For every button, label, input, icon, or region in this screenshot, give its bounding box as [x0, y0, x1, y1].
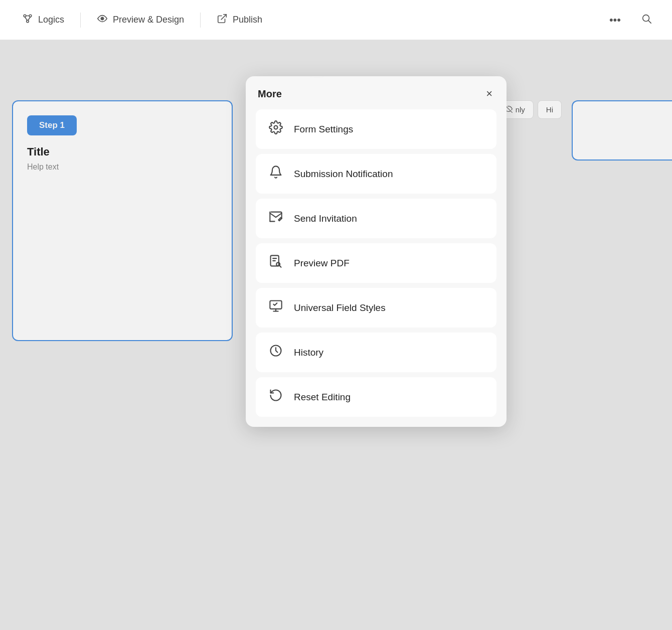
gear-icon [268, 120, 284, 138]
menu-item-preview-pdf[interactable]: Preview PDF [256, 243, 496, 283]
reset-icon [268, 388, 284, 406]
submission-notification-label: Submission Notification [294, 169, 393, 180]
logics-icon [22, 13, 33, 27]
panel-title: More [258, 88, 282, 100]
history-label: History [294, 347, 323, 358]
nav-divider-2 [200, 13, 201, 28]
logics-label: Logics [38, 15, 64, 25]
bell-icon [268, 165, 284, 183]
send-invitation-label: Send Invitation [294, 213, 357, 224]
close-button[interactable]: × [484, 86, 494, 101]
svg-line-16 [280, 266, 281, 267]
form-settings-label: Form Settings [294, 124, 353, 135]
svg-line-4 [25, 17, 28, 21]
nav-more-dots[interactable]: ••• [601, 9, 629, 32]
nav-preview-design[interactable]: Preview & Design [87, 8, 194, 32]
universal-field-styles-label: Universal Field Styles [294, 302, 386, 313]
clock-icon [268, 344, 284, 361]
menu-item-history[interactable]: History [256, 333, 496, 372]
nav-publish[interactable]: Publish [207, 8, 272, 32]
menu-item-reset-editing[interactable]: Reset Editing [256, 377, 496, 417]
preview-design-icon [97, 13, 108, 27]
svg-line-10 [648, 21, 651, 23]
top-navigation: Logics Preview & Design Publish ••• [0, 0, 672, 40]
search-icon [641, 13, 652, 27]
menu-item-universal-field-styles[interactable]: Universal Field Styles [256, 288, 496, 328]
svg-line-8 [221, 15, 226, 20]
panel-header: More × [256, 76, 496, 109]
menu-item-submission-notification[interactable]: Submission Notification [256, 154, 496, 194]
preview-pdf-label: Preview PDF [294, 258, 350, 269]
publish-label: Publish [233, 15, 262, 25]
more-panel: More × Form Settings Submission Notifica… [246, 76, 507, 427]
nav-search[interactable] [633, 8, 660, 32]
nav-divider-1 [80, 13, 81, 28]
preview-design-label: Preview & Design [113, 15, 184, 25]
menu-item-form-settings[interactable]: Form Settings [256, 109, 496, 149]
pdf-search-icon [268, 254, 284, 272]
reset-editing-label: Reset Editing [294, 392, 351, 403]
main-content: Step 1 Title Help text nly Hi More × [0, 40, 672, 630]
svg-line-5 [28, 17, 31, 21]
monitor-brush-icon [268, 299, 284, 317]
dots-icon: ••• [609, 14, 621, 27]
envelope-pen-icon [268, 210, 284, 227]
svg-point-12 [274, 126, 278, 129]
menu-item-send-invitation[interactable]: Send Invitation [256, 199, 496, 238]
publish-icon [217, 13, 228, 27]
nav-logics[interactable]: Logics [12, 8, 74, 32]
svg-point-7 [102, 18, 103, 20]
